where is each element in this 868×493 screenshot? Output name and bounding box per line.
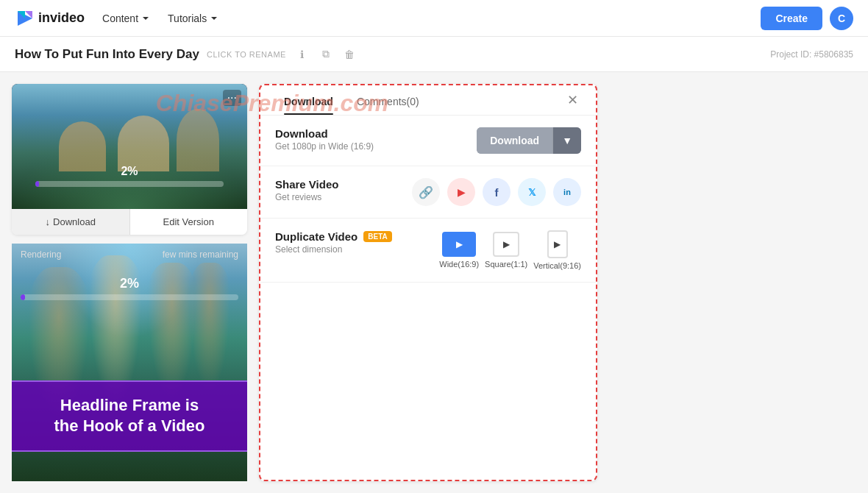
rendering-label: Rendering [21,249,61,260]
delete-icon[interactable]: 🗑 [341,46,358,63]
download-title: Download [275,127,374,140]
create-button[interactable]: Create [761,7,822,30]
big-progress-container: 2% [21,264,238,300]
info-icon[interactable]: ℹ [294,46,311,63]
big-percent: 2% [21,276,238,291]
share-youtube-icon[interactable]: ▶ [447,178,475,206]
dim-square-option[interactable]: ▶ Square(1:1) [485,232,527,269]
download-info: Download Get 1080p in Wide (16:9) [275,127,374,152]
share-facebook-icon[interactable]: f [483,178,511,206]
share-section: Share Video Get reviews 🔗 ▶ f 𝕏 in [260,166,596,219]
dim-vertical-icon: ▶ [547,230,568,258]
left-panel: ··· 2% ↓ Download Edit Version [12,84,247,481]
dim-wide-label: Wide(16:9) [439,260,479,269]
subheader-left: How To Put Fun Into Every Day CLICK TO R… [15,46,358,63]
panel-tabs: Download Comments(0) ✕ [260,85,596,116]
project-title: How To Put Fun Into Every Day [15,47,199,62]
logo-text: invideo [38,10,85,26]
download-btn-label: Download [477,127,552,154]
dim-wide-icon: ▶ [442,232,476,257]
rename-label[interactable]: CLICK TO RENAME [207,50,286,59]
dimension-options: ▶ Wide(16:9) ▶ Square(1:1) [439,230,581,270]
small-download-button[interactable]: ↓ Download [12,209,130,235]
share-twitter-icon[interactable]: 𝕏 [518,178,546,206]
nav-content[interactable]: Content [102,13,150,24]
dim-vertical-label: Vertical(9:16) [533,261,581,270]
share-linkedin-icon[interactable]: in [553,178,581,206]
download-icon: ↓ [46,216,51,227]
download-section: Download Get 1080p in Wide (16:9) Downlo… [260,116,596,166]
logo[interactable]: invideo [15,8,85,29]
play-icon: ▶ [554,239,561,249]
logo-icon [15,8,35,29]
duplicate-title: Duplicate Video [275,230,357,243]
share-icons: 🔗 ▶ f 𝕏 in [412,178,581,206]
small-card: ··· 2% ↓ Download Edit Version [12,84,247,235]
share-section-header: Share Video Get reviews 🔗 ▶ f 𝕏 in [275,178,581,206]
main-content: ··· 2% ↓ Download Edit Version [0,72,868,493]
nav-tutorials[interactable]: Tutorials [168,13,218,24]
card-menu-dots[interactable]: ··· [223,90,241,106]
headline-box: Headline Frame isthe Hook of a Video [12,380,247,452]
subheader-icons: ℹ ⧉ 🗑 [294,46,358,63]
download-section-header: Download Get 1080p in Wide (16:9) Downlo… [275,127,581,154]
beta-badge: BETA [363,231,391,242]
dim-square-label: Square(1:1) [485,260,527,269]
big-progress-fill [21,294,25,300]
download-subtitle: Get 1080p in Wide (16:9) [275,141,374,152]
navbar-right: Create C [761,7,853,30]
play-icon: ▶ [503,239,510,249]
dim-square-icon: ▶ [493,232,519,257]
navbar-left: invideo Content Tutorials [15,8,218,29]
right-panel: Download Comments(0) ✕ Download Get 1080… [259,84,597,481]
duplicate-title-row: Duplicate Video BETA [275,230,392,243]
big-video-container: Rendering few mins remaining 2% Headline… [12,244,247,481]
download-dropdown-arrow[interactable]: ▼ [552,127,581,154]
chevron-down-icon [210,14,218,23]
small-card-buttons: ↓ Download Edit Version [12,209,247,235]
navbar: invideo Content Tutorials Create C [0,0,868,37]
dim-wide-option[interactable]: ▶ Wide(16:9) [439,232,479,269]
duplicate-section: Duplicate Video BETA Select dimension ▶ … [260,219,596,283]
small-video-preview: ··· 2% [12,84,247,209]
small-progress-track [35,181,224,187]
download-action-button[interactable]: Download ▼ [477,127,581,154]
share-info: Share Video Get reviews [275,178,338,202]
dim-vertical-option[interactable]: ▶ Vertical(9:16) [533,230,581,270]
edit-version-button[interactable]: Edit Version [130,209,248,235]
small-percent: 2% [35,165,224,178]
chevron-down-icon [141,14,150,23]
project-id: Project ID: #5806835 [770,49,853,60]
subheader: How To Put Fun Into Every Day CLICK TO R… [0,37,868,72]
panel-body: Download Get 1080p in Wide (16:9) Downlo… [260,116,596,480]
play-icon: ▶ [456,239,463,249]
duplicate-info: Duplicate Video BETA Select dimension [275,230,392,255]
avatar[interactable]: C [830,7,853,30]
small-progress: 2% [35,165,224,187]
share-subtitle: Get reviews [275,192,338,202]
copy-icon[interactable]: ⧉ [317,46,335,63]
time-remaining-label: few mins remaining [163,249,238,260]
headline-text: Headline Frame isthe Hook of a Video [21,395,238,437]
tab-comments[interactable]: Comments(0) [345,85,431,115]
duplicate-subtitle: Select dimension [275,244,392,255]
small-progress-fill [35,181,39,187]
big-progress-track [21,294,238,300]
duplicate-section-header: Duplicate Video BETA Select dimension ▶ … [275,230,581,270]
panel-close-button[interactable]: ✕ [561,86,584,114]
share-link-icon[interactable]: 🔗 [412,178,440,206]
share-title: Share Video [275,178,338,191]
tab-download[interactable]: Download [272,85,345,115]
